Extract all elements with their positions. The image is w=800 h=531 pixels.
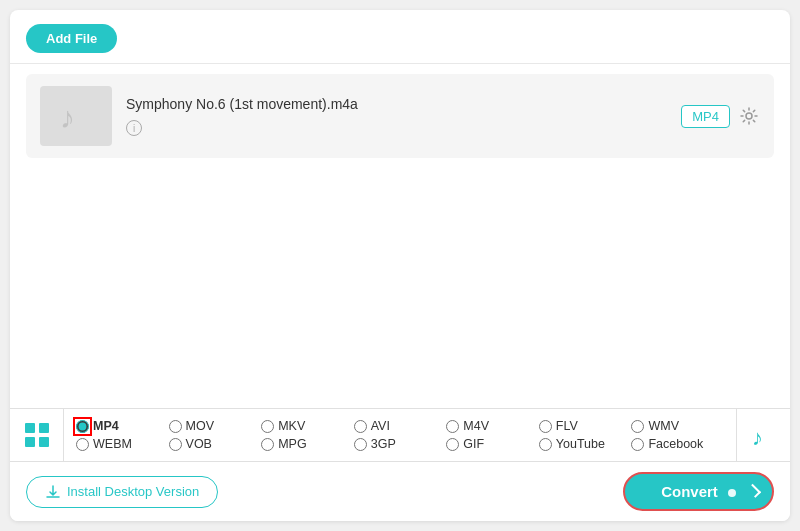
format-label-webm: WEBM [93,437,132,451]
format-options: MP4 MOV MKV AVI M4V [64,409,736,461]
format-option-flv[interactable]: FLV [539,419,632,433]
convert-label: Convert [661,483,718,500]
format-label-mkv: MKV [278,419,305,433]
format-badge[interactable]: MP4 [681,105,730,128]
format-label-mov: MOV [186,419,214,433]
install-label: Install Desktop Version [67,484,199,499]
format-radio-vob[interactable] [169,438,182,451]
format-radio-wmv[interactable] [631,420,644,433]
svg-rect-5 [39,437,49,447]
format-radio-avi[interactable] [354,420,367,433]
format-radio-mpg[interactable] [261,438,274,451]
svg-rect-2 [25,423,35,433]
format-label-m4v: M4V [463,419,489,433]
add-file-button[interactable]: Add File [26,24,117,53]
format-radio-webm[interactable] [76,438,89,451]
format-radio-flv[interactable] [539,420,552,433]
format-radio-mov[interactable] [169,420,182,433]
format-label-mp4: MP4 [93,419,119,433]
format-option-mkv[interactable]: MKV [261,419,354,433]
settings-icon[interactable] [738,105,760,127]
grid-icon [23,421,51,449]
toolbar: Add File [10,10,790,64]
file-name: Symphony No.6 (1st movement).m4a [126,96,667,112]
music-icon: ♪ [56,96,96,136]
format-radio-m4v[interactable] [446,420,459,433]
format-radio-facebook[interactable] [631,438,644,451]
format-option-vob[interactable]: VOB [169,437,262,451]
install-button[interactable]: Install Desktop Version [26,476,218,508]
format-option-webm[interactable]: WEBM [76,437,169,451]
format-option-gif[interactable]: GIF [446,437,539,451]
info-icon[interactable]: i [126,120,142,136]
format-label-wmv: WMV [648,419,679,433]
format-option-avi[interactable]: AVI [354,419,447,433]
format-grid-icon [10,409,64,461]
bottom-actions: Install Desktop Version Convert [10,461,790,521]
format-label-gif: GIF [463,437,484,451]
svg-rect-3 [39,423,49,433]
format-label-3gp: 3GP [371,437,396,451]
svg-text:♪: ♪ [60,101,75,134]
format-label-facebook: Facebook [648,437,703,451]
file-info: Symphony No.6 (1st movement).m4a i [126,96,667,137]
format-option-youtube[interactable]: YouTube [539,437,632,451]
file-actions: MP4 [681,105,760,128]
music-note-icon: ♪ [750,421,778,449]
format-label-vob: VOB [186,437,212,451]
main-container: Add File ♪ Symphony No.6 (1st movement).… [10,10,790,521]
svg-rect-4 [25,437,35,447]
format-label-flv: FLV [556,419,578,433]
format-radio-mp4[interactable] [76,420,89,433]
convert-button[interactable]: Convert [623,472,774,511]
format-option-mpg[interactable]: MPG [261,437,354,451]
download-icon [45,484,61,500]
format-label-avi: AVI [371,419,390,433]
format-radio-3gp[interactable] [354,438,367,451]
file-thumbnail: ♪ [40,86,112,146]
format-option-mov[interactable]: MOV [169,419,262,433]
format-radio-gif[interactable] [446,438,459,451]
file-item: ♪ Symphony No.6 (1st movement).m4a i MP4 [26,74,774,158]
format-row: MP4 MOV MKV AVI M4V [10,409,790,461]
file-list: ♪ Symphony No.6 (1st movement).m4a i MP4 [10,64,790,408]
bottom-bar: MP4 MOV MKV AVI M4V [10,408,790,521]
format-option-mp4[interactable]: MP4 [76,419,169,433]
format-option-m4v[interactable]: M4V [446,419,539,433]
format-label-mpg: MPG [278,437,306,451]
format-radio-mkv[interactable] [261,420,274,433]
svg-text:♪: ♪ [752,425,763,449]
format-radio-youtube[interactable] [539,438,552,451]
format-option-wmv[interactable]: WMV [631,419,724,433]
format-option-facebook[interactable]: Facebook [631,437,724,451]
svg-point-1 [746,113,752,119]
format-label-youtube: YouTube [556,437,605,451]
format-option-3gp[interactable]: 3GP [354,437,447,451]
cursor-dot [728,489,736,497]
music-icon-right: ♪ [736,409,790,461]
